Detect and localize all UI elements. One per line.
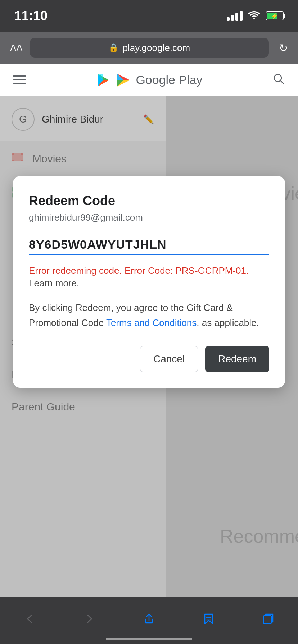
redeem-button[interactable]: Redeem	[205, 346, 269, 372]
reload-button[interactable]: ↻	[279, 42, 288, 54]
bookmarks-button[interactable]	[194, 608, 223, 630]
back-button[interactable]	[15, 608, 44, 630]
battery-icon: ⚡	[266, 11, 284, 20]
bottom-nav-bar	[0, 597, 298, 644]
gplay-wordmark: Google Play	[136, 73, 202, 87]
text-size-button[interactable]: AA	[10, 42, 23, 54]
gplay-logo: Google Play	[95, 72, 202, 88]
error-section: Error redeeming code. Error Code: PRS-GC…	[29, 264, 269, 289]
lock-icon: 🔒	[109, 43, 118, 52]
share-button[interactable]	[135, 608, 163, 630]
terms-link[interactable]: Terms and Conditions	[106, 317, 197, 328]
tabs-button[interactable]	[254, 608, 283, 630]
forward-button[interactable]	[75, 608, 104, 630]
hamburger-menu-button[interactable]	[13, 75, 26, 84]
code-input-text: 8Y6D5W0AWYUTJHLN	[29, 238, 167, 251]
dialog-title: Redeem Code	[29, 193, 269, 208]
home-indicator[interactable]	[106, 638, 192, 640]
dialog-buttons: Cancel Redeem	[29, 346, 269, 372]
play-logo-icon	[116, 72, 131, 88]
code-input-wrapper[interactable]: 8Y6D5W0AWYUTJHLN	[29, 238, 269, 255]
status-icons: ⚡	[227, 10, 284, 22]
signal-bars-icon	[227, 11, 243, 21]
status-time: 11:10	[14, 8, 48, 23]
terms-suffix: , as applicable.	[197, 317, 259, 328]
learn-more-text[interactable]: Learn more.	[29, 278, 79, 289]
gplay-header: Google Play	[0, 64, 298, 96]
status-bar: 11:10 ⚡	[0, 0, 298, 32]
url-text: play.google.com	[123, 42, 190, 54]
error-message: Error redeeming code. Error Code: PRS-GC…	[29, 265, 249, 276]
url-input[interactable]: 🔒 play.google.com	[30, 38, 269, 58]
url-bar[interactable]: AA 🔒 play.google.com ↻	[0, 32, 298, 64]
wifi-icon	[248, 10, 261, 22]
svg-rect-13	[263, 616, 271, 624]
terms-section: By clicking Redeem, you agree to the Gif…	[29, 300, 269, 330]
play-triangle-icon	[95, 72, 111, 88]
search-icon[interactable]	[272, 72, 285, 88]
dialog-email: ghimirebidur99@gmail.com	[29, 212, 269, 223]
svg-line-3	[280, 80, 284, 84]
cancel-button[interactable]: Cancel	[140, 346, 198, 372]
redeem-code-dialog: Redeem Code ghimirebidur99@gmail.com 8Y6…	[13, 176, 285, 388]
